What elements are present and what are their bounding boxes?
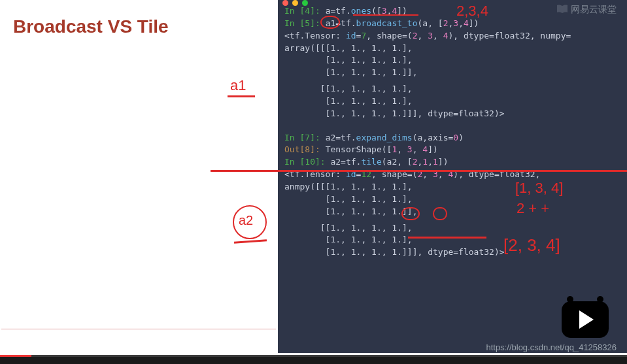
array1-l4: [[1., 1., 1., 1.],	[284, 83, 620, 95]
array2-l2: [1., 1., 1., 1.]],	[284, 206, 620, 218]
terminal-panel: In [4]: a=tf.ones([3,4]) In [5]: a1=tf.b…	[278, 0, 627, 353]
slide-panel: Broadcast VS Tile	[0, 0, 278, 353]
code-line-in5: In [5]: a1=tf.broadcast_to(a, [2,3,4])	[284, 18, 620, 30]
window-buttons	[280, 0, 311, 8]
play-button[interactable]	[562, 301, 609, 338]
array1-l2: [1., 1., 1., 1.],	[284, 54, 620, 67]
play-icon	[579, 310, 594, 329]
minimize-dot-icon	[292, 0, 298, 6]
progress-fill	[0, 355, 31, 357]
annotation-underline-shape	[408, 237, 486, 239]
watermark: 网易云课堂	[556, 3, 617, 16]
book-icon	[556, 5, 568, 14]
array1-l5: [1., 1., 1., 1.],	[284, 95, 620, 108]
video-controls[interactable]	[0, 355, 627, 364]
array2-l5: [1., 1., 1., 1.]]], dtype=float32)>	[284, 246, 620, 259]
source-url: https://blog.csdn.net/qq_41258326	[486, 342, 617, 352]
close-dot-icon	[282, 0, 288, 6]
watermark-text: 网易云课堂	[571, 3, 617, 16]
progress-track[interactable]	[0, 355, 627, 357]
array2-l1: [1., 1., 1., 1.],	[284, 193, 620, 206]
array2-l3: [[1., 1., 1., 1.],	[284, 222, 620, 235]
tensor2-header: <tf.Tensor: id=12, shape=(2, 3, 4), dtyp…	[284, 169, 620, 181]
tensor1-header: <tf.Tensor: id=7, shape=(2, 3, 4), dtype…	[284, 30, 620, 42]
array1-l1: array([[[1., 1., 1., 1.],	[284, 42, 620, 55]
annotation-a1-underline	[228, 95, 255, 97]
code-line-in10: In [10]: a2=tf.tile(a2, [2,1,1])	[284, 156, 620, 169]
out8: Out[8]: TensorShape([1, 3, 4])	[284, 144, 620, 156]
code-line-in7: In [7]: a2=tf.expand_dims(a,axis=0)	[284, 132, 620, 144]
slide-title: Broadcast VS Tile	[13, 16, 265, 37]
annotation-underline-ones	[353, 14, 418, 16]
array2-l0: anmpy([[[1., 1., 1., 1.],	[284, 181, 620, 193]
video-frame: Broadcast VS Tile In [4]: a=tf.ones([3,4…	[0, 0, 627, 353]
array1-l3: [1., 1., 1., 1.]],	[284, 67, 620, 79]
zoom-dot-icon	[302, 0, 308, 6]
array1-l6: [1., 1., 1., 1.]]], dtype=float32)>	[284, 108, 620, 120]
